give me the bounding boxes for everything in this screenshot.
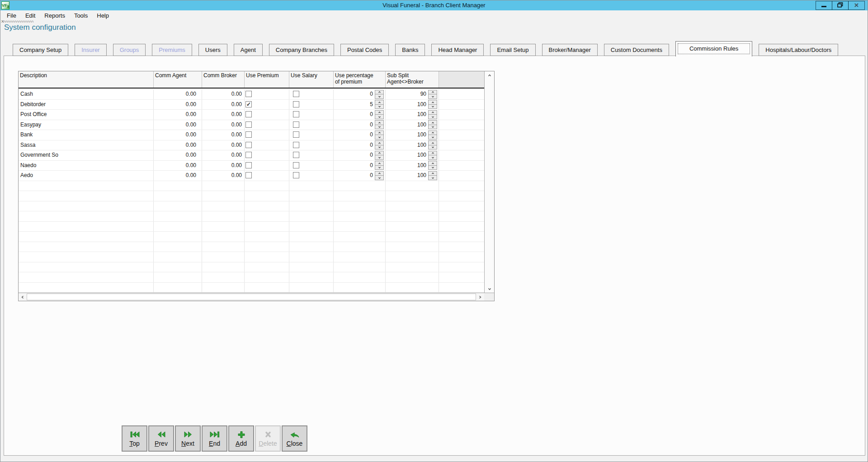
scroll-up-icon[interactable] <box>485 71 494 79</box>
grid-vscrollbar[interactable] <box>484 71 494 293</box>
table-row[interactable]: Post Office0.000.000100 <box>19 110 484 120</box>
tab-agent[interactable]: Agent <box>234 44 263 56</box>
spin-up-icon[interactable] <box>375 90 384 95</box>
close-button[interactable]: Close <box>282 425 307 452</box>
spin-up-icon[interactable] <box>375 120 384 125</box>
scroll-down-icon[interactable] <box>485 285 494 293</box>
use_premium-checkbox[interactable]: ✓ <box>245 101 252 107</box>
use_salary-checkbox[interactable] <box>293 162 299 168</box>
use_salary-checkbox[interactable] <box>293 152 299 158</box>
spin-up-icon[interactable] <box>375 161 384 166</box>
tab-custom-documents[interactable]: Custom Documents <box>604 44 669 56</box>
spin-up-icon[interactable] <box>375 110 384 115</box>
spin-up-icon[interactable] <box>428 140 437 145</box>
tab-email-setup[interactable]: Email Setup <box>490 44 535 56</box>
top-button[interactable]: Top <box>122 425 147 452</box>
use_salary-checkbox[interactable] <box>293 111 299 117</box>
tab-broker-manager[interactable]: Broker/Manager <box>542 44 598 56</box>
spin-down-icon[interactable] <box>428 176 437 180</box>
spin-down-icon[interactable] <box>375 115 384 119</box>
menu-help[interactable]: Help <box>92 12 113 19</box>
spin-down-icon[interactable] <box>428 105 437 109</box>
use_premium-checkbox[interactable] <box>245 162 252 168</box>
menu-tools[interactable]: Tools <box>70 12 92 19</box>
table-row[interactable]: Naedo0.000.000100 <box>19 161 484 171</box>
spin-down-icon[interactable] <box>428 155 437 160</box>
spin-down-icon[interactable] <box>375 125 384 130</box>
table-row[interactable]: Easypay0.000.000100 <box>19 120 484 131</box>
spin-down-icon[interactable] <box>428 94 437 99</box>
table-row[interactable]: Aedo0.000.000100 <box>19 171 484 181</box>
use_percentage-spinner[interactable] <box>375 90 384 99</box>
tab-postal-codes[interactable]: Postal Codes <box>340 44 389 56</box>
use_premium-checkbox[interactable] <box>245 111 252 117</box>
use_premium-checkbox[interactable] <box>245 131 252 138</box>
spin-down-icon[interactable] <box>375 155 384 160</box>
spin-up-icon[interactable] <box>428 161 437 166</box>
use_salary-checkbox[interactable] <box>293 91 299 97</box>
use_percentage-spinner[interactable] <box>375 100 384 109</box>
spin-up-icon[interactable] <box>428 120 437 125</box>
sub_split-spinner[interactable] <box>428 110 437 119</box>
use_percentage-spinner[interactable] <box>375 120 384 129</box>
spin-up-icon[interactable] <box>428 100 437 105</box>
minimize-button[interactable] <box>816 1 832 10</box>
spin-down-icon[interactable] <box>428 166 437 170</box>
spin-up-icon[interactable] <box>375 140 384 145</box>
tab-company-setup[interactable]: Company Setup <box>13 44 68 56</box>
prev-button[interactable]: Prev <box>148 425 174 452</box>
use_premium-checkbox[interactable] <box>245 152 252 158</box>
use_percentage-spinner[interactable] <box>375 131 384 140</box>
tab-users[interactable]: Users <box>198 44 227 56</box>
spin-up-icon[interactable] <box>428 171 437 176</box>
spin-down-icon[interactable] <box>428 145 437 150</box>
spin-down-icon[interactable] <box>375 135 384 140</box>
use_salary-checkbox[interactable] <box>293 121 299 128</box>
sub_split-spinner[interactable] <box>428 120 437 129</box>
use_salary-checkbox[interactable] <box>293 172 299 178</box>
spin-down-icon[interactable] <box>375 176 384 180</box>
spin-up-icon[interactable] <box>428 90 437 95</box>
spin-down-icon[interactable] <box>428 125 437 130</box>
menu-reports[interactable]: Reports <box>40 12 70 19</box>
spin-up-icon[interactable] <box>375 151 384 156</box>
use_premium-checkbox[interactable] <box>245 172 252 178</box>
tab-banks[interactable]: Banks <box>395 44 425 56</box>
grid-hscrollbar[interactable] <box>19 293 484 301</box>
spin-up-icon[interactable] <box>375 131 384 135</box>
use_premium-checkbox[interactable] <box>245 121 252 128</box>
spin-up-icon[interactable] <box>428 110 437 115</box>
scroll-right-icon[interactable] <box>476 293 484 301</box>
spin-up-icon[interactable] <box>375 100 384 105</box>
spin-up-icon[interactable] <box>428 131 437 135</box>
sub_split-spinner[interactable] <box>428 131 437 140</box>
spin-up-icon[interactable] <box>375 171 384 176</box>
table-row[interactable]: Sassa0.000.000100 <box>19 140 484 151</box>
sub_split-spinner[interactable] <box>428 140 437 149</box>
scroll-left-icon[interactable] <box>19 293 27 301</box>
add-button[interactable]: Add <box>228 425 254 452</box>
use_percentage-spinner[interactable] <box>375 171 384 180</box>
menu-edit[interactable]: Edit <box>21 12 40 19</box>
use_percentage-spinner[interactable] <box>375 151 384 160</box>
tab-company-branches[interactable]: Company Branches <box>269 44 334 56</box>
sub_split-spinner[interactable] <box>428 151 437 160</box>
use_percentage-spinner[interactable] <box>375 110 384 119</box>
sub_split-spinner[interactable] <box>428 100 437 109</box>
spin-down-icon[interactable] <box>375 105 384 109</box>
spin-down-icon[interactable] <box>375 145 384 150</box>
close-button[interactable]: × <box>848 1 865 10</box>
spin-down-icon[interactable] <box>428 135 437 140</box>
spin-up-icon[interactable] <box>428 151 437 156</box>
use_salary-checkbox[interactable] <box>293 131 299 138</box>
end-button[interactable]: End <box>202 425 227 452</box>
table-row[interactable]: Cash0.000.00090 <box>19 89 484 100</box>
hscroll-thumb[interactable] <box>27 294 476 300</box>
use_premium-checkbox[interactable] <box>245 91 252 97</box>
sub_split-spinner[interactable] <box>428 171 437 180</box>
spin-down-icon[interactable] <box>375 94 384 99</box>
use_salary-checkbox[interactable] <box>293 101 299 107</box>
sub_split-spinner[interactable] <box>428 90 437 99</box>
use_percentage-spinner[interactable] <box>375 140 384 149</box>
spin-down-icon[interactable] <box>375 166 384 170</box>
